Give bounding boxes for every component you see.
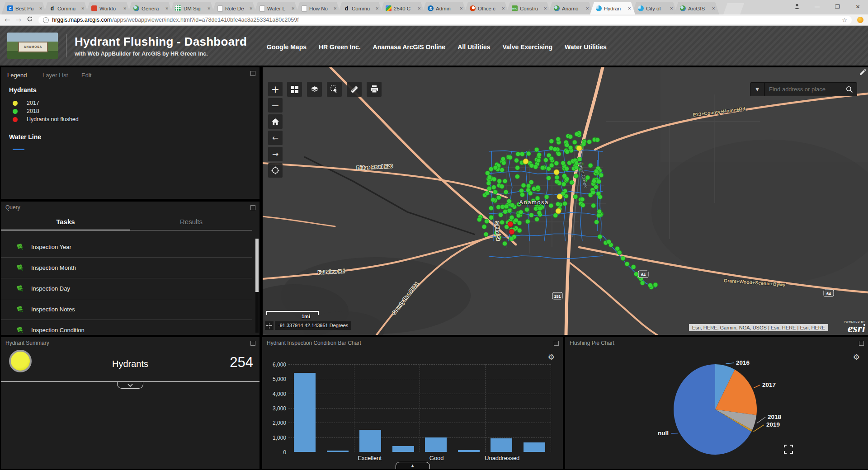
hydrant-dot-2018[interactable] [503,210,508,214]
back-button[interactable]: ← [5,16,10,24]
hydrant-dot-2018[interactable] [528,191,533,196]
hydrant-dot-2018[interactable] [563,202,567,206]
hydrant-dot-2018[interactable] [587,140,592,144]
hydrant-dot-2018[interactable] [484,232,488,237]
hydrant-dot-2018[interactable] [575,132,579,136]
hydrant-dot-2018[interactable] [510,203,514,207]
bar-value-400[interactable] [392,446,414,452]
hydrant-dot-2018[interactable] [537,153,542,157]
tab-tasks[interactable]: Tasks [1,218,130,230]
bar-value-5400[interactable] [294,373,316,452]
hydrant-dot-2018[interactable] [519,188,524,193]
bar-value-1000[interactable] [425,437,447,452]
nav-link-all-utilities[interactable]: All Utilities [458,43,490,51]
expand-up-tab[interactable]: ▲ [396,462,430,469]
hydrant-dot-2018[interactable] [489,167,493,171]
nav-link-water-utilities[interactable]: Water Utilities [565,43,607,51]
task-item-inspection-month[interactable]: Inspection Month [1,258,252,278]
panel-expand-icon[interactable] [250,341,255,346]
hydrant-dot-2018[interactable] [565,166,569,171]
hydrant-dot-2018[interactable] [515,174,519,179]
hydrant-dot-2018[interactable] [491,185,496,189]
bar-value-120[interactable] [458,450,480,452]
hydrant-dot-2018[interactable] [482,225,486,229]
hydrant-dot-2018[interactable] [504,190,508,194]
hydrant-dot-2018[interactable] [555,175,559,180]
edit-pencil-icon[interactable] [859,69,866,78]
hydrant-dot-2018[interactable] [554,161,559,165]
hydrant-dot-2018[interactable] [562,174,566,178]
tab-close-icon[interactable]: ✕ [39,6,42,11]
hydrant-dot-2018[interactable] [504,204,509,209]
browser-tab-how-no[interactable]: How No✕ [296,2,341,14]
tab-close-icon[interactable]: ✕ [81,6,85,11]
hydrant-dot-2018[interactable] [496,205,501,209]
hydrant-dot-2018[interactable] [570,180,574,185]
hydrant-dot-2018[interactable] [493,190,498,194]
hydrant-dot-2018[interactable] [537,211,542,215]
hydrant-dot-2018[interactable] [553,147,557,151]
bar-value-640[interactable] [524,442,545,452]
hydrant-dot-2018[interactable] [561,161,566,165]
summary-collapse-chevron[interactable] [117,382,143,389]
hydrant-dot-2018[interactable] [543,158,548,162]
hydrant-dot-2018[interactable] [519,210,523,215]
tab-close-icon[interactable]: ✕ [249,6,253,11]
crosshair-icon[interactable] [265,321,274,330]
close-window-button[interactable]: ✕ [848,4,868,10]
minimize-button[interactable]: — [807,4,827,10]
tab-close-icon[interactable]: ✕ [165,6,169,11]
forward-button[interactable]: → [16,16,22,24]
hydrant-dot-2018[interactable] [572,140,577,145]
compass-locate-button[interactable] [268,163,283,178]
tab-close-icon[interactable]: ✕ [627,6,631,11]
browser-tab-dm-sig[interactable]: DM Sig✕ [170,2,215,14]
search-source-dropdown[interactable]: ▼ [750,83,764,96]
hydrant-dot-2018[interactable] [549,139,554,143]
hydrant-dot-2018[interactable] [538,206,542,211]
tab-close-icon[interactable]: ✕ [712,6,715,11]
nav-link-hr-green-inc-[interactable]: HR Green Inc. [319,43,361,51]
hydrant-dot-2018[interactable] [574,165,579,169]
hydrant-dot-2018[interactable] [514,218,518,223]
print-button[interactable] [367,82,382,97]
hydrant-dot-2018[interactable] [591,203,596,208]
query-scrollbar[interactable] [255,239,259,333]
hydrant-dot-2018[interactable] [598,235,602,239]
browser-tab-commu[interactable]: dCommu✕ [338,2,383,14]
bar-value-80[interactable] [327,451,349,452]
hydrant-dot-2018[interactable] [556,137,561,141]
page-info-icon[interactable]: i [43,17,49,23]
hydrant-dot-2018[interactable] [489,206,493,211]
hydrant-dot-2018[interactable] [515,165,520,170]
tab-legend[interactable]: Legend [7,72,27,79]
hydrant-dot-not-flushed[interactable] [508,221,513,227]
hydrant-dot-2018[interactable] [594,169,599,174]
hydrant-dot-2018[interactable] [487,175,492,179]
hydrant-dot-2018[interactable] [507,199,511,203]
panel-expand-icon[interactable] [250,71,255,76]
hydrant-dot-2018[interactable] [492,177,496,182]
hydrant-dot-2018[interactable] [640,281,645,285]
hydrant-dot-2018[interactable] [565,150,570,154]
tab-close-icon[interactable]: ✕ [417,6,421,11]
profile-icon[interactable] [787,3,807,11]
task-item-inspection-year[interactable]: Inspection Year [1,237,252,258]
hydrant-dot-2018[interactable] [501,157,505,161]
zoom-out-button[interactable]: − [268,98,283,113]
hydrant-dot-2018[interactable] [653,282,658,287]
fullscreen-icon[interactable] [784,445,793,456]
search-icon[interactable] [842,83,857,96]
hydrant-dot-2018[interactable] [607,240,611,244]
hydrant-dot-2018[interactable] [621,256,625,261]
bar-value-1510[interactable] [359,430,381,452]
hydrant-dot-2018[interactable] [580,197,585,202]
nav-link-google-maps[interactable]: Google Maps [267,43,307,51]
hydrant-dot-2018[interactable] [514,158,519,163]
hydrant-dot-2018[interactable] [509,215,514,220]
hydrant-dot-2018[interactable] [529,180,533,184]
hydrant-dot-2018[interactable] [521,183,526,188]
hydrant-dot-2018[interactable] [485,191,490,195]
url-field[interactable]: i hrggis.maps.arcgis.com/apps/webappview… [38,16,852,24]
hydrant-dot-2018[interactable] [573,194,578,199]
